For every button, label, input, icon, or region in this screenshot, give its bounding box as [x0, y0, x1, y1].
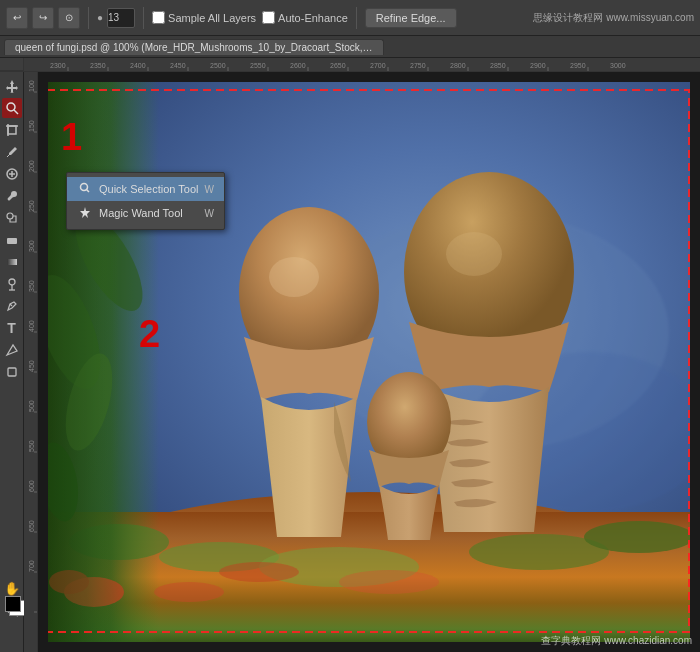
document-tab[interactable]: queen of fungi.psd @ 100% (More_HDR_Mush…: [4, 39, 384, 55]
svg-text:2400: 2400: [130, 62, 146, 69]
svg-point-104: [269, 257, 319, 297]
svg-rect-43: [7, 259, 17, 265]
svg-text:2950: 2950: [570, 62, 586, 69]
brush-size-group: ●: [97, 8, 135, 28]
svg-text:2900: 2900: [530, 62, 546, 69]
svg-text:650: 650: [28, 520, 35, 532]
svg-text:2800: 2800: [450, 62, 466, 69]
svg-point-44: [9, 279, 15, 285]
svg-text:200: 200: [28, 160, 35, 172]
svg-text:500: 500: [28, 400, 35, 412]
svg-text:350: 350: [28, 280, 35, 292]
svg-rect-48: [8, 368, 16, 376]
auto-enhance-checkbox[interactable]: [262, 11, 275, 24]
undo-button[interactable]: ↩: [6, 7, 28, 29]
auto-enhance-label[interactable]: Auto-Enhance: [262, 11, 348, 24]
svg-text:100: 100: [28, 80, 35, 92]
svg-text:2300: 2300: [50, 62, 66, 69]
svg-text:2650: 2650: [330, 62, 346, 69]
svg-line-37: [7, 151, 13, 157]
pen-tool-button[interactable]: [2, 296, 22, 316]
crop-tool-button[interactable]: [2, 120, 22, 140]
path-select-button[interactable]: [2, 340, 22, 360]
tab-bar: queen of fungi.psd @ 100% (More_HDR_Mush…: [0, 36, 700, 58]
magic-wand-menu-item[interactable]: Magic Wand Tool W: [67, 201, 224, 225]
type-tool-button[interactable]: T: [2, 318, 22, 338]
refine-edge-button[interactable]: Refine Edge...: [365, 8, 457, 28]
left-toolbar: T ✋: [0, 72, 24, 652]
svg-text:2500: 2500: [210, 62, 226, 69]
ruler-vertical: 100 150 200 250 300 350 400 450 500 550 …: [24, 72, 38, 652]
svg-text:250: 250: [28, 200, 35, 212]
clone-tool-button[interactable]: [2, 208, 22, 228]
gradient-tool-button[interactable]: [2, 252, 22, 272]
svg-text:2550: 2550: [250, 62, 266, 69]
svg-text:2600: 2600: [290, 62, 306, 69]
quick-selection-tool-button[interactable]: [2, 98, 22, 118]
svg-point-32: [7, 103, 15, 111]
svg-marker-31: [6, 80, 18, 93]
svg-point-41: [7, 213, 13, 219]
magic-wand-shortcut: W: [204, 208, 213, 219]
magic-wand-menu-icon: [77, 205, 93, 221]
toolbar-divider-2: [143, 7, 144, 29]
brush-tool-button[interactable]: [2, 186, 22, 206]
svg-rect-42: [7, 238, 17, 244]
quick-selection-menu-icon: [77, 181, 93, 197]
svg-text:3000: 3000: [610, 62, 626, 69]
redo-button[interactable]: ↪: [32, 7, 54, 29]
top-toolbar: ↩ ↪ ⊙ ● Sample All Layers Auto-Enhance R…: [0, 0, 700, 36]
svg-point-79: [81, 184, 88, 191]
svg-point-90: [584, 521, 690, 553]
svg-text:2350: 2350: [90, 62, 106, 69]
quick-selection-menu-item[interactable]: Quick Selection Tool W: [67, 177, 224, 201]
svg-text:700: 700: [28, 560, 35, 572]
dodge-tool-button[interactable]: [2, 274, 22, 294]
svg-text:2750: 2750: [410, 62, 426, 69]
foreground-color-box[interactable]: [5, 596, 21, 612]
svg-rect-34: [8, 126, 16, 134]
move-tool-button[interactable]: [2, 76, 22, 96]
svg-rect-106: [48, 82, 119, 642]
svg-text:2: 2: [139, 313, 160, 355]
tool-buttons-group: ↩ ↪ ⊙: [6, 7, 80, 29]
svg-text:150: 150: [28, 120, 35, 132]
svg-text:600: 600: [28, 480, 35, 492]
main-area: T ✋ 100 150 200 250 300 350: [0, 72, 700, 652]
quick-selection-menu-label: Quick Selection Tool: [99, 183, 198, 195]
shape-tool-button[interactable]: [2, 362, 22, 382]
canvas-content: 1 2: [48, 82, 690, 642]
svg-text:300: 300: [28, 240, 35, 252]
svg-point-91: [219, 562, 299, 582]
svg-point-92: [339, 570, 439, 594]
canvas-photo: 1 2: [48, 82, 690, 642]
hand-tool-button[interactable]: ✋: [2, 578, 22, 598]
svg-point-93: [154, 582, 224, 602]
brush-size-input[interactable]: [107, 8, 135, 28]
svg-text:550: 550: [28, 440, 35, 452]
magic-wand-menu-label: Magic Wand Tool: [99, 207, 183, 219]
tool-context-menu: Quick Selection Tool W Magic Wand Tool W: [66, 172, 225, 230]
eraser-tool-button[interactable]: [2, 230, 22, 250]
logo-text: 思缘设计教程网 www.missyuan.com: [533, 11, 694, 25]
ruler-corner: [0, 58, 24, 71]
svg-text:2450: 2450: [170, 62, 186, 69]
svg-text:400: 400: [28, 320, 35, 332]
svg-line-47: [10, 304, 12, 306]
sample-all-layers-checkbox[interactable]: [152, 11, 165, 24]
quick-selection-shortcut: W: [204, 184, 213, 195]
brush-size-icon: ●: [97, 12, 103, 23]
svg-text:2700: 2700: [370, 62, 386, 69]
toolbar-divider-3: [356, 7, 357, 29]
svg-marker-80: [80, 207, 90, 218]
eyedropper-tool-button[interactable]: [2, 142, 22, 162]
ruler-horizontal: 2300 2350 2400 2450 2500 2550 2600 2650 …: [48, 58, 700, 72]
svg-line-33: [14, 110, 18, 114]
svg-point-105: [446, 232, 502, 276]
history-button[interactable]: ⊙: [58, 7, 80, 29]
heal-tool-button[interactable]: [2, 164, 22, 184]
toolbar-divider-1: [88, 7, 89, 29]
sample-all-layers-label[interactable]: Sample All Layers: [152, 11, 256, 24]
svg-text:2850: 2850: [490, 62, 506, 69]
canvas-area[interactable]: Quick Selection Tool W Magic Wand Tool W: [38, 72, 700, 652]
